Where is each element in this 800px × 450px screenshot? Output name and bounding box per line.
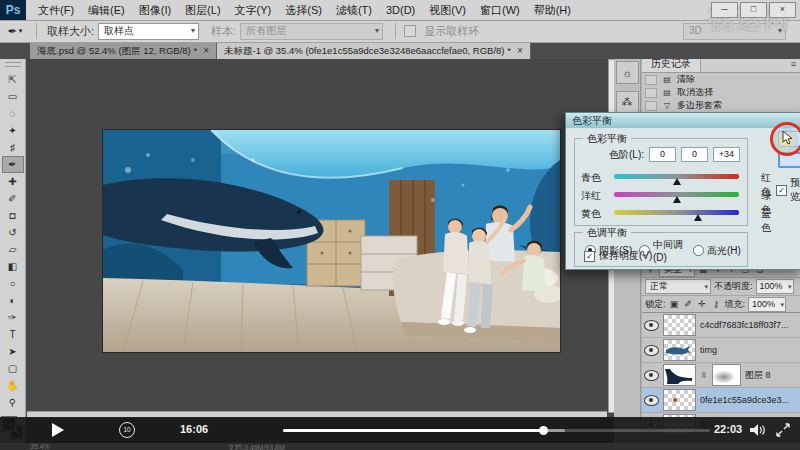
menu-edit[interactable]: 编辑(E) <box>81 0 132 20</box>
layer-visibility-icon[interactable] <box>644 345 659 356</box>
crop-tool[interactable]: ♯ <box>2 139 24 156</box>
menu-select[interactable]: 选择(S) <box>278 0 329 20</box>
menu-3d[interactable]: 3D(D) <box>379 0 422 20</box>
workspace-dropdown[interactable]: 3D <box>683 23 786 40</box>
layer-thumbnail[interactable] <box>663 389 696 411</box>
marquee-tool[interactable]: ▭ <box>2 88 24 105</box>
eraser-tool[interactable]: ▱ <box>2 241 24 258</box>
lock-transparency-icon[interactable]: ▣ <box>669 299 680 309</box>
minimize-button[interactable]: ─ <box>711 2 738 18</box>
quick-selection-tool[interactable]: ✦ <box>2 122 24 139</box>
sample-size-dropdown[interactable]: 取样点 <box>98 23 199 40</box>
canvas-area[interactable] <box>27 59 607 417</box>
eyedropper-preset-icon[interactable]: ✒▾ <box>0 25 30 38</box>
slider-thumb[interactable] <box>694 214 702 221</box>
playhead-knob[interactable] <box>539 426 548 435</box>
panel-menu-icon[interactable]: ≡ <box>791 59 796 69</box>
photoshop-tutorial-screen: Ps 文件(F) 编辑(E) 图像(I) 图层(L) 文字(Y) 选择(S) 滤… <box>0 0 800 450</box>
healing-brush-tool[interactable]: ✚ <box>2 173 24 190</box>
dodge-tool[interactable]: ◐ <box>2 292 24 309</box>
menu-filter[interactable]: 滤镜(T) <box>329 0 379 20</box>
yellow-blue-slider[interactable] <box>614 210 739 215</box>
blend-mode-dropdown[interactable]: 正常 <box>645 279 711 294</box>
adjustments-panel-icon[interactable]: ☼ <box>616 61 639 84</box>
polygonal-lasso-step-icon: ▽ <box>661 101 673 110</box>
slider-thumb[interactable] <box>673 178 681 185</box>
clone-stamp-tool[interactable]: ◘ <box>2 207 24 224</box>
radio-icon[interactable] <box>693 245 704 256</box>
opacity-value[interactable]: 100% <box>756 279 794 294</box>
highlights-radio-option[interactable]: 高光(H) <box>693 244 747 258</box>
canvas-artwork[interactable] <box>103 130 560 352</box>
history-source-checkbox[interactable] <box>645 88 657 98</box>
lock-pixels-icon[interactable]: ✐ <box>683 299 694 309</box>
type-tool[interactable]: T <box>2 326 24 343</box>
menu-window[interactable]: 窗口(W) <box>473 0 527 20</box>
eyedropper-tool[interactable]: ✒ <box>2 156 24 173</box>
dialog-title-bar[interactable]: 色彩平衡 <box>566 113 800 128</box>
checkbox-icon[interactable] <box>584 251 595 262</box>
history-item[interactable]: ▤ 清除 <box>642 73 800 86</box>
close-button[interactable]: × <box>769 2 796 18</box>
rewind-10-button[interactable]: 10 <box>119 422 135 438</box>
magenta-green-slider[interactable] <box>614 192 739 197</box>
history-item[interactable]: ▽ 多边形套索 <box>642 99 800 112</box>
layer-visibility-icon[interactable] <box>644 395 659 406</box>
menu-layer[interactable]: 图层(L) <box>178 0 227 20</box>
lock-all-icon[interactable]: ⚷ <box>711 299 722 309</box>
gradient-tool[interactable]: ◧ <box>2 258 24 275</box>
cyan-red-slider[interactable] <box>614 174 739 179</box>
lock-position-icon[interactable]: ✛ <box>697 299 708 309</box>
layer-row[interactable]: timg <box>642 338 800 363</box>
layer-mask-thumbnail[interactable] <box>712 364 741 386</box>
menu-type[interactable]: 文字(Y) <box>228 0 279 20</box>
path-selection-tool[interactable]: ➤ <box>2 343 24 360</box>
move-tool[interactable]: ⇱ <box>2 71 24 88</box>
menu-view[interactable]: 视图(V) <box>422 0 473 20</box>
hand-tool[interactable]: ✋ <box>2 377 24 394</box>
fullscreen-icon[interactable] <box>776 423 790 437</box>
lasso-tool[interactable]: ◌ <box>2 105 24 122</box>
layer-row[interactable]: ∞ 图层 8 <box>642 363 800 388</box>
tab-haidi-psd[interactable]: 海底.psd @ 52.4% (图层 12, RGB/8) * × <box>30 42 217 59</box>
duration-time: 22:03 <box>714 423 742 435</box>
level-input-3[interactable]: +34 <box>713 147 740 162</box>
menu-help[interactable]: 帮助(H) <box>527 0 578 20</box>
tab-close-icon[interactable]: × <box>517 42 523 59</box>
volume-icon[interactable] <box>750 424 768 436</box>
history-brush-tool[interactable]: ↺ <box>2 224 24 241</box>
blur-tool[interactable]: ○ <box>2 275 24 292</box>
fill-value[interactable]: 100% <box>748 297 786 312</box>
history-source-checkbox[interactable] <box>645 101 657 111</box>
tab-close-icon[interactable]: × <box>203 42 209 59</box>
brush-presets-panel-icon[interactable]: ⁂ <box>616 91 639 114</box>
panel-grip[interactable] <box>5 62 21 67</box>
checkbox-icon[interactable] <box>776 185 787 196</box>
zoom-tool[interactable]: ⚲ <box>2 394 24 411</box>
level-input-1[interactable]: 0 <box>649 147 676 162</box>
preview-option[interactable]: 预览 <box>776 176 800 204</box>
layer-thumbnail[interactable] <box>663 314 696 336</box>
layer-row[interactable]: c4cdf7683fc18ff03f7... <box>642 313 800 338</box>
layer-visibility-icon[interactable] <box>644 370 659 381</box>
slider-thumb[interactable] <box>673 196 681 203</box>
current-time: 16:06 <box>180 423 208 435</box>
level-input-2[interactable]: 0 <box>681 147 708 162</box>
maximize-button[interactable]: □ <box>740 2 767 18</box>
layer-thumbnail[interactable] <box>663 364 696 386</box>
menu-image[interactable]: 图像(I) <box>132 0 178 20</box>
menu-file[interactable]: 文件(F) <box>31 0 81 20</box>
brush-tool[interactable]: ✐ <box>2 190 24 207</box>
layer-visibility-icon[interactable] <box>644 320 659 331</box>
shape-tool[interactable]: ▢ <box>2 360 24 377</box>
pen-tool[interactable]: ✑ <box>2 309 24 326</box>
history-source-checkbox[interactable] <box>645 75 657 85</box>
play-button[interactable] <box>52 423 64 437</box>
history-item[interactable]: ▤ 取消选择 <box>642 86 800 99</box>
layer-mask-link-icon[interactable]: ∞ <box>699 371 709 379</box>
layer-row-selected[interactable]: 0fe1e1c55a9dce3e3... <box>642 388 800 413</box>
layer-thumbnail[interactable] <box>663 339 696 361</box>
preserve-luminosity-option[interactable]: 保持明度(V) <box>584 249 652 263</box>
progress-bar[interactable] <box>283 429 710 432</box>
tab-untitled-1[interactable]: 未标题-1 @ 35.4% (0fe1e1c55a9dce3e3248e6aac… <box>217 42 531 59</box>
